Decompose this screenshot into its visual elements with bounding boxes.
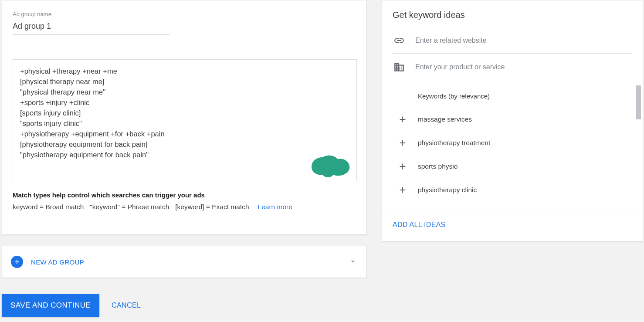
idea-label: physiotherapy clinic — [418, 186, 477, 194]
save-and-continue-button[interactable]: SAVE AND CONTINUE — [2, 294, 99, 317]
learn-more-link[interactable]: Learn more — [258, 203, 292, 211]
match-exact-text: [keyword] = Exact match — [175, 203, 249, 211]
ideas-footer: ADD ALL IDEAS — [382, 211, 643, 238]
match-phrase-text: "keyword" = Phrase match — [90, 203, 169, 211]
ideas-title: Get keyword ideas — [382, 10, 643, 27]
new-ad-group-button[interactable]: NEW AD GROUP — [11, 256, 84, 268]
new-ad-group-label: NEW AD GROUP — [31, 258, 84, 266]
new-ad-group-card[interactable]: NEW AD GROUP — [2, 246, 367, 278]
product-service-input[interactable] — [415, 63, 632, 71]
match-types-heading: Match types help control which searches … — [13, 191, 356, 199]
idea-row[interactable]: massage services — [382, 108, 643, 131]
idea-label: massage services — [418, 115, 472, 123]
idea-row[interactable]: physiotherapy clinic — [382, 178, 643, 202]
plus-icon — [397, 115, 408, 124]
idea-label: sports physio — [418, 163, 458, 170]
idea-row[interactable]: physiotherapy treatment — [382, 131, 643, 155]
add-all-ideas-button[interactable]: ADD ALL IDEAS — [393, 221, 446, 229]
scrollbar-thumb[interactable] — [636, 85, 641, 119]
plus-circle-icon — [11, 256, 23, 268]
ad-group-card: Ad group name Match types help control w… — [2, 0, 367, 235]
adgroup-name-input[interactable] — [13, 17, 169, 35]
link-icon — [393, 35, 406, 46]
idea-row[interactable]: sports physio — [382, 155, 643, 178]
plus-icon — [397, 185, 408, 195]
product-service-row[interactable] — [393, 57, 632, 80]
chevron-down-icon — [348, 257, 358, 268]
keyword-ideas-panel: Get keyword ideas Keywords (by relevance… — [382, 0, 643, 242]
plus-icon — [397, 162, 408, 171]
ideas-list-header: Keywords (by relevance) — [382, 85, 643, 108]
footer-actions: SAVE AND CONTINUE CANCEL — [2, 294, 141, 317]
cancel-button[interactable]: CANCEL — [112, 302, 141, 309]
match-types-legend: keyword = Broad match "keyword" = Phrase… — [13, 203, 356, 211]
keywords-textarea[interactable] — [13, 59, 357, 181]
idea-label: physiotherapy treatment — [418, 139, 490, 147]
related-website-input[interactable] — [415, 37, 632, 44]
match-broad-text: keyword = Broad match — [13, 203, 84, 211]
plus-icon — [397, 138, 408, 148]
business-icon — [393, 61, 406, 73]
ideas-scroll-area: Keywords (by relevance) massage services… — [382, 85, 643, 211]
adgroup-name-label: Ad group name — [13, 11, 356, 17]
related-website-row[interactable] — [393, 31, 632, 54]
